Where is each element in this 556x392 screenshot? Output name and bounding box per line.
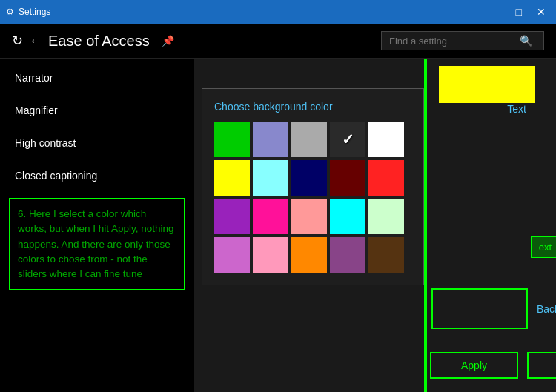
search-icon: 🔍 bbox=[520, 35, 532, 47]
color-cell-9[interactable] bbox=[368, 160, 404, 196]
color-cell-18[interactable] bbox=[330, 237, 365, 273]
color-cell-7[interactable] bbox=[291, 160, 327, 196]
color-cell-5[interactable] bbox=[214, 160, 250, 196]
color-cell-13[interactable] bbox=[330, 199, 365, 234]
header-nav: ↻ ← Ease of Access 📌 bbox=[12, 33, 372, 50]
annotation-box: 6. Here I select a color which works, bu… bbox=[9, 198, 185, 290]
sidebar-item-narrator[interactable]: Narrator bbox=[0, 62, 194, 94]
sidebar-item-label: High contrast bbox=[15, 137, 76, 149]
search-box[interactable]: 🔍 bbox=[381, 31, 544, 50]
color-cell-14[interactable] bbox=[368, 199, 404, 234]
color-cell-16[interactable] bbox=[253, 237, 288, 273]
green-border bbox=[424, 59, 427, 392]
main-content: Text Choose background color ext Backgro… bbox=[194, 59, 556, 392]
background-rectangle bbox=[431, 288, 528, 329]
color-cell-19[interactable] bbox=[368, 237, 404, 273]
title-bar-title: Settings bbox=[19, 7, 50, 17]
pin-icon[interactable]: 📌 bbox=[162, 35, 174, 47]
color-cell-15[interactable] bbox=[214, 237, 250, 273]
maximize-button[interactable]: □ bbox=[512, 4, 526, 19]
yellow-rectangle bbox=[439, 66, 535, 103]
text-label: Text bbox=[507, 103, 526, 115]
color-cell-11[interactable] bbox=[253, 199, 288, 234]
background-section: Background bbox=[431, 288, 556, 329]
color-cell-12[interactable] bbox=[291, 199, 327, 234]
refresh-icon[interactable]: ↻ bbox=[12, 33, 23, 49]
annotation-text: 6. Here I select a color which works, bu… bbox=[18, 208, 174, 279]
minimize-button[interactable]: — bbox=[486, 4, 506, 19]
sidebar-item-label: Magnifier bbox=[15, 104, 58, 116]
back-arrow[interactable]: ← bbox=[29, 33, 42, 49]
background-label: Background bbox=[537, 303, 556, 315]
color-picker-title: Choose background color bbox=[214, 101, 411, 113]
color-cell-4[interactable] bbox=[368, 122, 404, 157]
color-cell-8[interactable] bbox=[330, 160, 365, 196]
color-cell-10[interactable] bbox=[214, 199, 250, 234]
title-bar-controls: — □ ✕ bbox=[486, 4, 550, 19]
search-input[interactable] bbox=[389, 36, 515, 47]
color-cell-17[interactable] bbox=[291, 237, 327, 273]
color-cell-3[interactable] bbox=[330, 122, 365, 157]
sidebar-item-label: Narrator bbox=[15, 72, 53, 84]
sidebar-item-high-contrast[interactable]: High contrast bbox=[0, 127, 194, 159]
title-bar: ⚙ Settings — □ ✕ bbox=[0, 0, 556, 24]
text-button[interactable]: ext bbox=[531, 236, 556, 258]
sidebar-item-label: Closed captioning bbox=[15, 170, 97, 182]
color-cell-2[interactable] bbox=[291, 122, 327, 157]
sidebar-item-closed-captioning[interactable]: Closed captioning bbox=[0, 159, 194, 192]
settings-icon: ⚙ bbox=[6, 7, 14, 17]
page-title: Ease of Access bbox=[48, 33, 150, 50]
title-bar-left: ⚙ Settings bbox=[6, 7, 50, 17]
color-cell-1[interactable] bbox=[253, 122, 288, 157]
color-cell-6[interactable] bbox=[253, 160, 288, 196]
apply-button[interactable]: Apply bbox=[430, 352, 518, 379]
header: ↻ ← Ease of Access 📌 🔍 bbox=[0, 24, 556, 59]
color-grid bbox=[214, 122, 411, 273]
bottom-buttons: Apply Cancel bbox=[430, 352, 556, 379]
app-container: ↻ ← Ease of Access 📌 🔍 Narrator Magnifie… bbox=[0, 24, 556, 392]
content-area: Narrator Magnifier High contrast Closed … bbox=[0, 59, 556, 392]
color-picker-popup: Choose background color bbox=[202, 88, 424, 285]
color-cell-0[interactable] bbox=[214, 122, 250, 157]
sidebar: Narrator Magnifier High contrast Closed … bbox=[0, 59, 194, 392]
close-button[interactable]: ✕ bbox=[532, 4, 550, 19]
cancel-button[interactable]: Cancel bbox=[527, 352, 556, 379]
sidebar-item-magnifier[interactable]: Magnifier bbox=[0, 94, 194, 127]
